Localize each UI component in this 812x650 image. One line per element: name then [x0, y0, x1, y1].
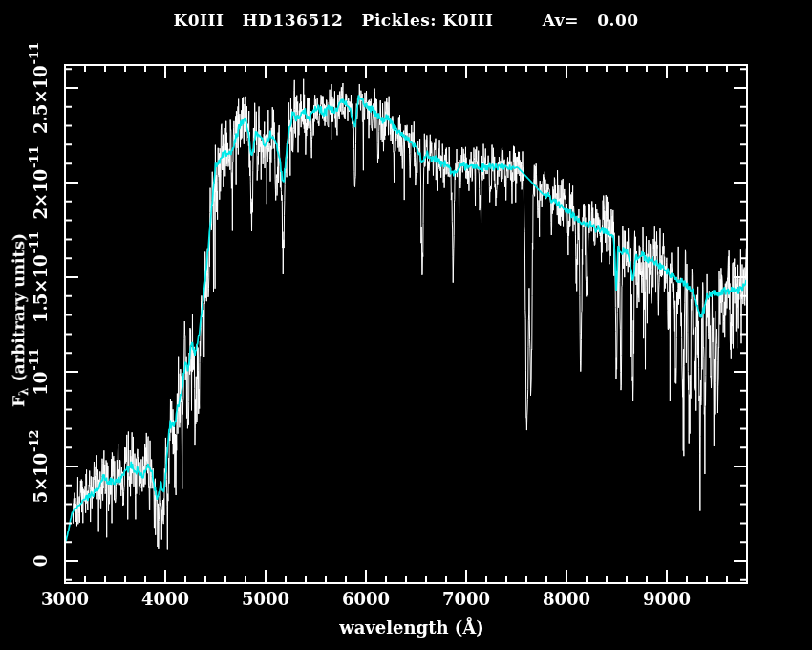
flux-subscript-lambda: λ: [18, 388, 32, 396]
y-axis-label: Fλ (arbitrary units): [9, 233, 31, 407]
plot-title: K0III HD136512 Pickles: K0III Av= 0.00: [0, 11, 812, 30]
y-axis-units-text: (arbitrary units): [9, 233, 28, 388]
spectrum-plot-canvas: [0, 0, 812, 650]
flux-symbol: F: [9, 396, 28, 407]
spectrum-viewer-screen: K0III HD136512 Pickles: K0III Av= 0.00 F…: [0, 0, 812, 650]
x-axis-label: wavelength (Å): [11, 618, 812, 638]
